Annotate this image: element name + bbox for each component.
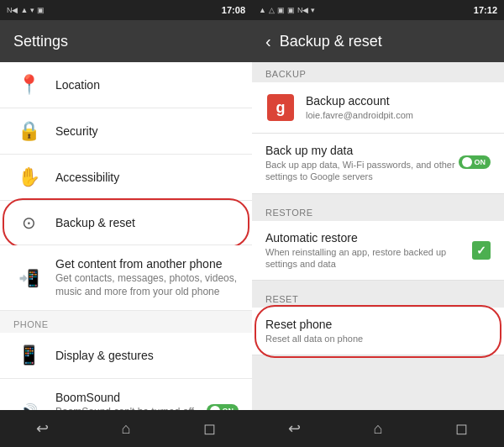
left-status-right: 17:08 <box>222 5 245 15</box>
left-signal-icon: ▲ <box>21 6 29 14</box>
backup-toggle[interactable]: ON <box>459 155 491 171</box>
display-label: Display & gestures <box>55 349 154 362</box>
left-wifi-icon: ▾ <box>30 6 34 14</box>
backup-account-title: Backup account <box>306 94 413 108</box>
auto-restore-item[interactable]: Automatic restore When reinstalling an a… <box>252 221 504 281</box>
accessibility-icon: ✋ <box>13 166 44 188</box>
auto-restore-subtitle: When reinstalling an app, restore backed… <box>265 246 465 271</box>
auto-restore-checkbox[interactable]: ✓ <box>472 241 491 260</box>
right-top-bar: ‹ Backup & reset <box>252 20 504 62</box>
boomsound-label: BoomSound <box>55 391 207 404</box>
accessibility-label: Accessibility <box>55 171 119 184</box>
settings-item-accessibility[interactable]: ✋ Accessibility <box>0 155 252 201</box>
right-box2-icon: ▣ <box>287 6 295 14</box>
boomsound-icon: 🔊 <box>13 402 44 410</box>
backup-mydata-subtitle: Back up app data, Wi-Fi passwords, and o… <box>265 159 459 183</box>
backup-icon: ⊙ <box>13 213 44 233</box>
reset-phone-subtitle: Reset all data on phone <box>265 333 363 344</box>
reset-phone-item[interactable]: Reset phone Reset all data on phone <box>252 308 504 355</box>
right-triangle-icon: ▲ <box>259 6 266 14</box>
divider-1 <box>252 194 504 201</box>
right-nav-bar: ↩ ⌂ ◻ <box>252 410 504 447</box>
settings-item-backup[interactable]: ⊙ Backup & reset <box>0 201 252 245</box>
get-content-label: Get content from another phone <box>55 257 239 271</box>
settings-item-location[interactable]: 📍 Location <box>0 62 252 108</box>
restore-section-label: RESTORE <box>252 201 504 221</box>
left-back-btn[interactable]: ↩ <box>23 413 62 444</box>
boomsound-subtitle: BoomSound can't be turned off when using… <box>55 406 207 410</box>
right-status-left: ▲ △ ▣ ▣ N◀ ▾ <box>259 6 315 14</box>
boomsound-toggle[interactable]: ON <box>207 404 239 410</box>
right-screen-title: Backup & reset <box>280 33 382 50</box>
phone-section-label: PHONE <box>0 311 252 333</box>
right-home-btn[interactable]: ⌂ <box>360 413 396 444</box>
reset-phone-title: Reset phone <box>265 318 363 331</box>
left-home-btn[interactable]: ⌂ <box>108 413 144 444</box>
settings-item-display[interactable]: 📱 Display & gestures <box>0 333 252 379</box>
left-status-time: 17:08 <box>222 5 245 15</box>
right-box1-icon: ▣ <box>277 6 285 14</box>
location-label: Location <box>55 78 100 92</box>
right-network-icon: N◀ <box>297 6 309 14</box>
backup-section-label: BACKUP <box>252 62 504 82</box>
get-content-icon: 📲 <box>13 268 44 288</box>
location-icon: 📍 <box>13 74 44 96</box>
auto-restore-title: Automatic restore <box>265 231 465 245</box>
right-status-right: 17:12 <box>474 5 497 15</box>
reset-highlight-wrap: Reset phone Reset all data on phone <box>252 308 504 355</box>
right-recent-btn[interactable]: ◻ <box>442 413 481 444</box>
left-nav-bar: ↩ ⌂ ◻ <box>0 410 252 447</box>
left-network-icon: N◀ <box>7 6 18 14</box>
display-icon: 📱 <box>13 344 44 366</box>
settings-item-boomsound[interactable]: 🔊 BoomSound BoomSound can't be turned of… <box>0 379 252 410</box>
left-status-left: N◀ ▲ ▾ ▣ <box>7 6 45 14</box>
left-content: 📍 Location 🔒 Security ✋ Accessibility ⊙ <box>0 62 252 410</box>
get-content-subtitle: Get contacts, messages, photos, videos, … <box>55 272 239 298</box>
right-back-btn[interactable]: ↩ <box>275 413 314 444</box>
left-status-bar: N◀ ▲ ▾ ▣ 17:08 <box>0 0 252 20</box>
settings-item-security[interactable]: 🔒 Security <box>0 108 252 155</box>
left-battery-icon: ▣ <box>37 6 45 14</box>
google-icon: g <box>265 92 296 123</box>
backup-mydata-title: Back up my data <box>265 144 459 157</box>
right-status-time: 17:12 <box>474 5 497 15</box>
reset-section-label: RESET <box>252 287 504 308</box>
settings-item-get-content[interactable]: 📲 Get content from another phone Get con… <box>0 245 252 311</box>
security-label: Security <box>55 124 98 138</box>
right-status-bar: ▲ △ ▣ ▣ N◀ ▾ 17:12 <box>252 0 504 20</box>
security-icon: 🔒 <box>13 120 44 142</box>
backup-account-subtitle: loie.favre@androidpit.com <box>306 109 413 121</box>
backup-label: Backup & reset <box>55 216 135 229</box>
backup-mydata-item[interactable]: Back up my data Back up app data, Wi-Fi … <box>252 134 504 194</box>
left-screen-title: Settings <box>13 33 68 50</box>
right-content: BACKUP g Backup account loie.favre@andro… <box>252 62 504 410</box>
divider-2 <box>252 281 504 287</box>
left-recent-btn[interactable]: ◻ <box>190 413 229 444</box>
right-back-arrow[interactable]: ‹ <box>265 32 271 51</box>
backup-reset-highlight: ⊙ Backup & reset <box>0 201 252 245</box>
right-wifi-icon: ▾ <box>311 6 315 14</box>
backup-account-item[interactable]: g Backup account loie.favre@androidpit.c… <box>252 82 504 134</box>
left-top-bar: Settings <box>0 20 252 62</box>
right-triangle2-icon: △ <box>269 6 275 14</box>
